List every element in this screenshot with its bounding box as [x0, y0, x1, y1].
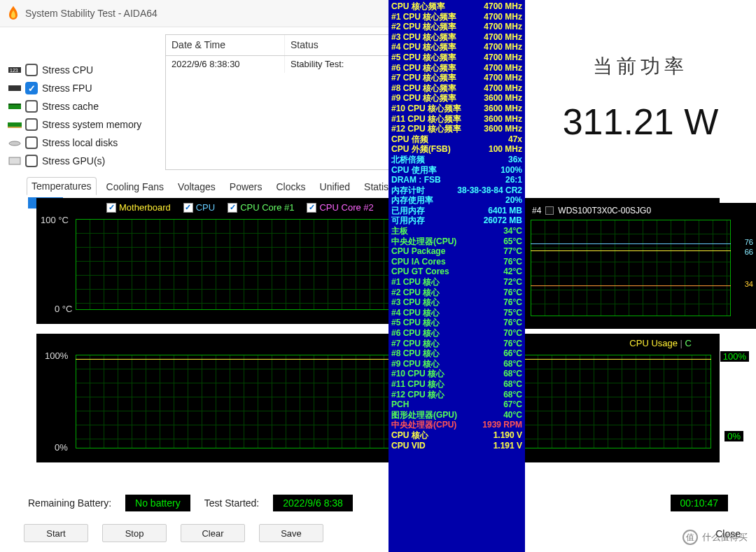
- sensor-row: 北桥倍频36x: [391, 155, 522, 165]
- legend-label: CPU Core #2: [319, 202, 373, 213]
- sensor-name: #2 CPU 核心: [391, 288, 440, 298]
- sensor-row: #10 CPU 核心68°C: [391, 369, 522, 379]
- sensor-name: CPU VID: [391, 441, 426, 451]
- stress-option[interactable]: Stress local disks: [7, 134, 161, 152]
- sensor-row: #11 CPU 核心频率3600 MHz: [391, 114, 522, 125]
- stress-option[interactable]: Stress FPU: [7, 79, 161, 97]
- sensor-row: #7 CPU 核心76°C: [391, 339, 522, 349]
- window-title: System Stability Test - AIDA64: [25, 8, 158, 19]
- sensor-value: 4700 MHz: [484, 42, 522, 52]
- legend-check-icon[interactable]: [307, 203, 316, 213]
- sensor-value: 36x: [508, 155, 522, 165]
- clear-button[interactable]: Clear: [181, 524, 245, 542]
- stress-option[interactable]: Stress GPU(s): [7, 152, 161, 170]
- status-bar: Remaining Battery: No battery Test Start…: [28, 495, 728, 511]
- sensor-name: DRAM : FSB: [391, 175, 441, 185]
- stress-icon: 123: [7, 64, 22, 76]
- svg-point-7: [9, 141, 20, 146]
- legend-check-icon[interactable]: [227, 203, 237, 213]
- sensor-name: CPU 倍频: [391, 134, 428, 145]
- usage-c: C: [685, 338, 692, 348]
- legend-check-icon[interactable]: [106, 203, 116, 213]
- sensor-name: #12 CPU 核心频率: [391, 124, 461, 134]
- watermark-text: 什么值得买: [702, 531, 748, 544]
- sensor-row: 内存计时38-38-38-84 CR2: [391, 185, 522, 196]
- sensor-value: 38-38-38-84 CR2: [457, 185, 522, 196]
- stop-button[interactable]: Stop: [102, 524, 167, 542]
- sensor-value: 4700 MHz: [484, 52, 522, 63]
- y-axis-lo: 0 °C: [55, 304, 72, 314]
- log-header-date[interactable]: Date & Time: [166, 35, 285, 55]
- sensor-name: CPU Package: [391, 246, 445, 257]
- sensor-name: 北桥倍频: [391, 155, 425, 165]
- value-label: 76: [745, 238, 753, 246]
- sensor-value: 40°C: [503, 410, 522, 420]
- sensor-value: 66°C: [503, 348, 522, 359]
- tab-temperatures[interactable]: Temperatures: [27, 177, 97, 195]
- sensor-value: 3600 MHz: [484, 93, 522, 104]
- sensor-row: CPU Package77°C: [391, 246, 522, 257]
- sensor-row: 图形处理器(GPU)40°C: [391, 410, 522, 420]
- sensor-name: CPU 核心: [391, 430, 428, 441]
- sensor-row: 已用内存6401 MB: [391, 206, 522, 216]
- stress-label: Stress GPU(s): [42, 155, 105, 167]
- tab-clocks[interactable]: Clocks: [272, 178, 310, 195]
- stress-option[interactable]: 123Stress CPU: [7, 61, 161, 79]
- stress-icon: [7, 83, 22, 94]
- sensor-value: 3600 MHz: [484, 114, 522, 125]
- sensor-row: #9 CPU 核心频率3600 MHz: [391, 93, 522, 104]
- checkbox[interactable]: [25, 100, 38, 113]
- sensor-name: CPU IA Cores: [391, 257, 446, 267]
- watermark-icon: 值: [682, 530, 698, 545]
- sensor-name: #8 CPU 核心频率: [391, 83, 456, 94]
- sensor-value: 75°C: [503, 308, 522, 318]
- stress-label: Stress CPU: [42, 64, 93, 76]
- sensor-row: #1 CPU 核心72°C: [391, 277, 522, 288]
- sensor-name: 已用内存: [391, 206, 425, 216]
- sensor-value: 47x: [508, 134, 522, 145]
- sensor-name: 中央处理器(CPU): [391, 236, 456, 247]
- tab-powers[interactable]: Powers: [225, 178, 267, 195]
- sensor-name: #9 CPU 核心频率: [391, 93, 456, 104]
- checkbox[interactable]: [25, 155, 38, 167]
- log-row-date: 2022/9/6 8:38:30: [166, 56, 285, 73]
- sensor-row: #12 CPU 核心频率3600 MHz: [391, 124, 522, 134]
- sensor-name: #7 CPU 核心: [391, 339, 440, 349]
- sensor-row: 主板34°C: [391, 226, 522, 236]
- tab-unified[interactable]: Unified: [316, 178, 355, 195]
- sensor-value: 68°C: [503, 390, 522, 400]
- sensor-name: #3 CPU 核心频率: [391, 32, 456, 43]
- y-axis-lo: 0%: [55, 442, 68, 453]
- legend-check-icon[interactable]: [183, 203, 193, 213]
- sensor-name: 可用内存: [391, 215, 425, 226]
- sensor-value: 4700 MHz: [484, 1, 522, 12]
- checkbox[interactable]: [25, 118, 38, 131]
- sensor-name: #7 CPU 核心频率: [391, 73, 456, 83]
- sensor-name: CPU 外频(FSB): [391, 144, 451, 155]
- checkbox[interactable]: [25, 82, 38, 94]
- save-button[interactable]: Save: [259, 524, 323, 542]
- legend-check-icon[interactable]: [545, 206, 554, 215]
- usage-label: CPU Usage: [629, 338, 678, 348]
- stress-option[interactable]: Stress cache: [7, 97, 161, 115]
- sensor-row: CPU VID1.191 V: [391, 441, 522, 451]
- sensor-row: #3 CPU 核心频率4700 MHz: [391, 32, 522, 43]
- tab-voltages[interactable]: Voltages: [174, 178, 220, 195]
- checkbox[interactable]: [25, 136, 38, 149]
- stress-icon: [7, 101, 22, 112]
- stress-icon: [7, 119, 22, 130]
- legend-label: CPU: [196, 202, 215, 213]
- disk-temp-graph: #4 WDS100T3X0C-00SJG0 76 76 66 34: [525, 203, 756, 329]
- sensor-value: 4700 MHz: [484, 12, 522, 22]
- checkbox[interactable]: [25, 64, 38, 76]
- sensor-row: #2 CPU 核心76°C: [391, 288, 522, 298]
- stress-label: Stress cache: [42, 101, 99, 112]
- tab-cooling-fans[interactable]: Cooling Fans: [102, 178, 169, 195]
- sensor-name: #4 CPU 核心频率: [391, 42, 456, 52]
- sensor-value: 68°C: [503, 359, 522, 369]
- sensor-value: 4700 MHz: [484, 83, 522, 94]
- sensor-name: 内存使用率: [391, 195, 433, 206]
- sensor-name: 图形处理器(GPU): [391, 410, 457, 420]
- start-button[interactable]: Start: [24, 524, 88, 542]
- stress-option[interactable]: Stress system memory: [7, 115, 161, 134]
